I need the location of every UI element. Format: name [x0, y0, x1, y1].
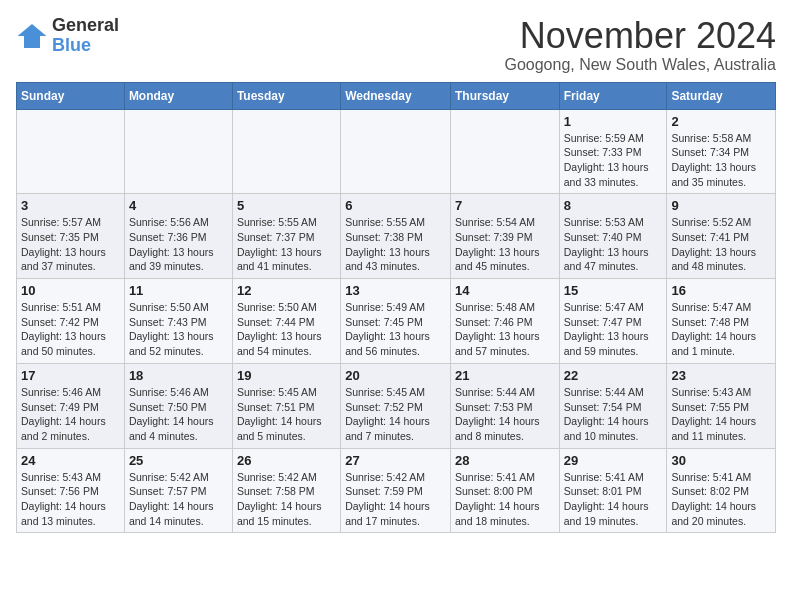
column-header-tuesday: Tuesday — [232, 82, 340, 109]
day-info: Sunrise: 5:53 AMSunset: 7:40 PMDaylight:… — [564, 215, 663, 274]
calendar-cell: 21Sunrise: 5:44 AMSunset: 7:53 PMDayligh… — [450, 363, 559, 448]
day-number: 12 — [237, 283, 336, 298]
calendar-cell: 5Sunrise: 5:55 AMSunset: 7:37 PMDaylight… — [232, 194, 340, 279]
day-info: Sunrise: 5:44 AMSunset: 7:53 PMDaylight:… — [455, 385, 555, 444]
calendar-cell: 18Sunrise: 5:46 AMSunset: 7:50 PMDayligh… — [124, 363, 232, 448]
day-info: Sunrise: 5:41 AMSunset: 8:01 PMDaylight:… — [564, 470, 663, 529]
calendar-cell: 17Sunrise: 5:46 AMSunset: 7:49 PMDayligh… — [17, 363, 125, 448]
day-info: Sunrise: 5:44 AMSunset: 7:54 PMDaylight:… — [564, 385, 663, 444]
day-info: Sunrise: 5:55 AMSunset: 7:37 PMDaylight:… — [237, 215, 336, 274]
day-number: 18 — [129, 368, 228, 383]
calendar-cell: 28Sunrise: 5:41 AMSunset: 8:00 PMDayligh… — [450, 448, 559, 533]
day-number: 20 — [345, 368, 446, 383]
day-info: Sunrise: 5:57 AMSunset: 7:35 PMDaylight:… — [21, 215, 120, 274]
day-info: Sunrise: 5:55 AMSunset: 7:38 PMDaylight:… — [345, 215, 446, 274]
day-number: 25 — [129, 453, 228, 468]
day-info: Sunrise: 5:58 AMSunset: 7:34 PMDaylight:… — [671, 131, 771, 190]
calendar-cell: 26Sunrise: 5:42 AMSunset: 7:58 PMDayligh… — [232, 448, 340, 533]
day-number: 1 — [564, 114, 663, 129]
month-title: November 2024 — [504, 16, 776, 56]
calendar-cell: 14Sunrise: 5:48 AMSunset: 7:46 PMDayligh… — [450, 279, 559, 364]
calendar-cell — [17, 109, 125, 194]
day-number: 2 — [671, 114, 771, 129]
day-info: Sunrise: 5:50 AMSunset: 7:44 PMDaylight:… — [237, 300, 336, 359]
column-header-thursday: Thursday — [450, 82, 559, 109]
page-header: General Blue November 2024 Googong, New … — [16, 16, 776, 74]
calendar-cell: 29Sunrise: 5:41 AMSunset: 8:01 PMDayligh… — [559, 448, 667, 533]
calendar-cell — [341, 109, 451, 194]
day-number: 15 — [564, 283, 663, 298]
calendar-cell: 7Sunrise: 5:54 AMSunset: 7:39 PMDaylight… — [450, 194, 559, 279]
calendar-cell: 16Sunrise: 5:47 AMSunset: 7:48 PMDayligh… — [667, 279, 776, 364]
day-number: 19 — [237, 368, 336, 383]
day-number: 26 — [237, 453, 336, 468]
calendar-cell: 30Sunrise: 5:41 AMSunset: 8:02 PMDayligh… — [667, 448, 776, 533]
day-number: 4 — [129, 198, 228, 213]
day-number: 14 — [455, 283, 555, 298]
calendar-cell: 20Sunrise: 5:45 AMSunset: 7:52 PMDayligh… — [341, 363, 451, 448]
calendar-cell: 13Sunrise: 5:49 AMSunset: 7:45 PMDayligh… — [341, 279, 451, 364]
day-info: Sunrise: 5:49 AMSunset: 7:45 PMDaylight:… — [345, 300, 446, 359]
calendar-cell: 27Sunrise: 5:42 AMSunset: 7:59 PMDayligh… — [341, 448, 451, 533]
day-info: Sunrise: 5:43 AMSunset: 7:56 PMDaylight:… — [21, 470, 120, 529]
day-info: Sunrise: 5:42 AMSunset: 7:57 PMDaylight:… — [129, 470, 228, 529]
logo-icon — [16, 20, 48, 52]
day-number: 13 — [345, 283, 446, 298]
day-number: 5 — [237, 198, 336, 213]
calendar-cell: 1Sunrise: 5:59 AMSunset: 7:33 PMDaylight… — [559, 109, 667, 194]
day-info: Sunrise: 5:56 AMSunset: 7:36 PMDaylight:… — [129, 215, 228, 274]
calendar-week-row: 1Sunrise: 5:59 AMSunset: 7:33 PMDaylight… — [17, 109, 776, 194]
calendar-cell: 8Sunrise: 5:53 AMSunset: 7:40 PMDaylight… — [559, 194, 667, 279]
calendar-cell: 11Sunrise: 5:50 AMSunset: 7:43 PMDayligh… — [124, 279, 232, 364]
logo: General Blue — [16, 16, 119, 56]
day-number: 3 — [21, 198, 120, 213]
column-header-friday: Friday — [559, 82, 667, 109]
day-number: 30 — [671, 453, 771, 468]
day-info: Sunrise: 5:51 AMSunset: 7:42 PMDaylight:… — [21, 300, 120, 359]
logo-text: General Blue — [52, 16, 119, 56]
title-section: November 2024 Googong, New South Wales, … — [504, 16, 776, 74]
day-info: Sunrise: 5:42 AMSunset: 7:58 PMDaylight:… — [237, 470, 336, 529]
calendar-cell: 4Sunrise: 5:56 AMSunset: 7:36 PMDaylight… — [124, 194, 232, 279]
calendar-week-row: 17Sunrise: 5:46 AMSunset: 7:49 PMDayligh… — [17, 363, 776, 448]
day-number: 27 — [345, 453, 446, 468]
day-info: Sunrise: 5:50 AMSunset: 7:43 PMDaylight:… — [129, 300, 228, 359]
calendar-cell: 24Sunrise: 5:43 AMSunset: 7:56 PMDayligh… — [17, 448, 125, 533]
day-number: 7 — [455, 198, 555, 213]
day-number: 22 — [564, 368, 663, 383]
column-header-saturday: Saturday — [667, 82, 776, 109]
day-info: Sunrise: 5:45 AMSunset: 7:51 PMDaylight:… — [237, 385, 336, 444]
day-info: Sunrise: 5:43 AMSunset: 7:55 PMDaylight:… — [671, 385, 771, 444]
day-info: Sunrise: 5:42 AMSunset: 7:59 PMDaylight:… — [345, 470, 446, 529]
column-header-monday: Monday — [124, 82, 232, 109]
day-number: 9 — [671, 198, 771, 213]
calendar-cell: 12Sunrise: 5:50 AMSunset: 7:44 PMDayligh… — [232, 279, 340, 364]
calendar-cell: 2Sunrise: 5:58 AMSunset: 7:34 PMDaylight… — [667, 109, 776, 194]
location: Googong, New South Wales, Australia — [504, 56, 776, 74]
day-info: Sunrise: 5:47 AMSunset: 7:47 PMDaylight:… — [564, 300, 663, 359]
day-number: 10 — [21, 283, 120, 298]
day-number: 6 — [345, 198, 446, 213]
calendar-cell: 19Sunrise: 5:45 AMSunset: 7:51 PMDayligh… — [232, 363, 340, 448]
day-info: Sunrise: 5:52 AMSunset: 7:41 PMDaylight:… — [671, 215, 771, 274]
day-info: Sunrise: 5:54 AMSunset: 7:39 PMDaylight:… — [455, 215, 555, 274]
calendar-cell — [232, 109, 340, 194]
calendar-week-row: 24Sunrise: 5:43 AMSunset: 7:56 PMDayligh… — [17, 448, 776, 533]
calendar-cell: 3Sunrise: 5:57 AMSunset: 7:35 PMDaylight… — [17, 194, 125, 279]
calendar-cell: 25Sunrise: 5:42 AMSunset: 7:57 PMDayligh… — [124, 448, 232, 533]
day-number: 17 — [21, 368, 120, 383]
calendar-cell — [124, 109, 232, 194]
day-info: Sunrise: 5:47 AMSunset: 7:48 PMDaylight:… — [671, 300, 771, 359]
day-number: 28 — [455, 453, 555, 468]
day-info: Sunrise: 5:59 AMSunset: 7:33 PMDaylight:… — [564, 131, 663, 190]
calendar-cell: 23Sunrise: 5:43 AMSunset: 7:55 PMDayligh… — [667, 363, 776, 448]
calendar-cell: 22Sunrise: 5:44 AMSunset: 7:54 PMDayligh… — [559, 363, 667, 448]
day-number: 23 — [671, 368, 771, 383]
column-header-sunday: Sunday — [17, 82, 125, 109]
calendar-cell — [450, 109, 559, 194]
day-number: 8 — [564, 198, 663, 213]
svg-marker-0 — [18, 24, 47, 48]
calendar-cell: 6Sunrise: 5:55 AMSunset: 7:38 PMDaylight… — [341, 194, 451, 279]
day-info: Sunrise: 5:41 AMSunset: 8:02 PMDaylight:… — [671, 470, 771, 529]
day-info: Sunrise: 5:46 AMSunset: 7:50 PMDaylight:… — [129, 385, 228, 444]
